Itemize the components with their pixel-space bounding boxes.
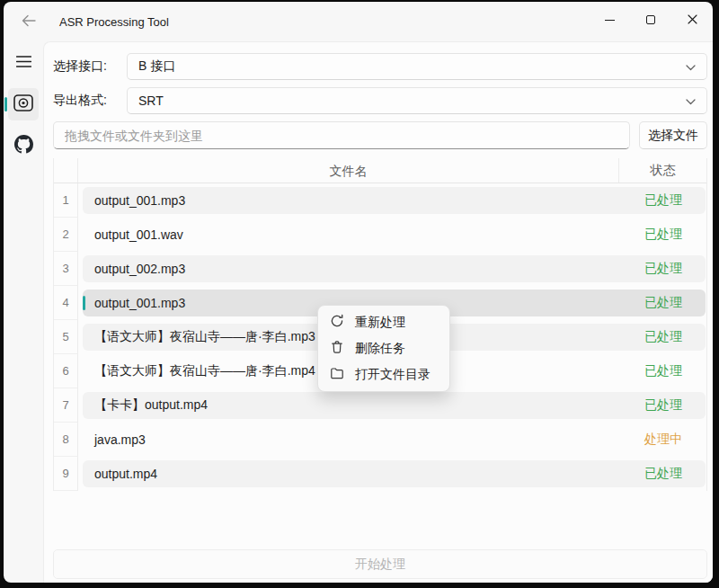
close-icon — [688, 12, 697, 28]
row-body: output_001.wav 已处理 — [83, 221, 706, 248]
table-row[interactable]: 9 output.mp4 已处理 — [54, 457, 706, 491]
row-body: output_002.mp3 已处理 — [83, 255, 706, 282]
menu-item-reprocess[interactable]: 重新处理 — [322, 309, 446, 335]
row-index: 4 — [54, 286, 78, 320]
close-button[interactable] — [671, 2, 713, 38]
trash-icon — [330, 340, 344, 357]
chevron-down-icon — [686, 59, 696, 74]
row-filename: java.mp3 — [83, 432, 621, 447]
app-logo-icon — [13, 94, 33, 115]
row-filename: output.mp4 — [83, 467, 621, 481]
row-index: 6 — [54, 354, 78, 388]
maximize-icon — [646, 15, 655, 24]
window-controls — [589, 2, 713, 38]
row-selection-indicator — [83, 296, 85, 310]
context-menu: 重新处理 删除任务 打开文件目录 — [317, 305, 450, 392]
format-label: 导出格式: — [53, 93, 127, 109]
row-status-badge: 已处理 — [621, 261, 706, 277]
row-body: java.mp3 处理中 — [83, 426, 706, 453]
row-status-badge: 已处理 — [621, 397, 706, 414]
menu-item-delete[interactable]: 删除任务 — [322, 335, 446, 361]
sidebar-item-asr[interactable] — [8, 88, 39, 120]
menu-item-label: 打开文件目录 — [355, 367, 431, 383]
row-status-badge: 已处理 — [621, 466, 706, 482]
row-status-badge: 已处理 — [621, 295, 706, 311]
file-input-row: 选择文件 — [53, 121, 707, 149]
format-row: 导出格式: SRT — [53, 87, 707, 114]
table-header: 文件名 状态 — [54, 158, 706, 183]
title-bar: ASR Processing Tool — [4, 2, 713, 41]
table-row[interactable]: 7 【卡卡】output.mp4 已处理 — [54, 388, 706, 423]
row-filename: output_002.mp3 — [83, 262, 621, 276]
format-select-value: SRT — [138, 94, 686, 108]
interface-select-value: B 接口 — [138, 58, 686, 75]
menu-icon — [16, 55, 31, 71]
interface-select[interactable]: B 接口 — [127, 53, 707, 80]
content-pane: 选择接口: B 接口 导出格式: SRT — [43, 41, 713, 583]
selection-indicator — [4, 97, 7, 111]
row-filename: 【卡卡】output.mp4 — [83, 397, 621, 414]
folder-icon — [330, 366, 344, 383]
row-body: output.mp4 已处理 — [83, 460, 706, 487]
choose-file-button[interactable]: 选择文件 — [639, 121, 707, 149]
row-index: 1 — [54, 183, 78, 218]
minimize-icon — [605, 20, 615, 21]
row-index: 5 — [54, 320, 78, 354]
back-arrow-icon — [22, 14, 36, 30]
format-select[interactable]: SRT — [127, 87, 707, 114]
github-icon — [14, 135, 33, 157]
interface-row: 选择接口: B 接口 — [53, 53, 707, 80]
row-index: 7 — [54, 388, 78, 423]
row-body: 【卡卡】output.mp4 已处理 — [83, 392, 706, 419]
table-row[interactable]: 2 output_001.wav 已处理 — [54, 218, 706, 252]
header-filename: 文件名 — [78, 158, 619, 183]
table-row[interactable]: 1 output_001.mp3 已处理 — [54, 183, 706, 218]
row-index: 8 — [54, 423, 78, 457]
header-status: 状态 — [619, 163, 706, 179]
table-row[interactable]: 3 output_002.mp3 已处理 — [54, 252, 706, 286]
chevron-down-icon — [686, 94, 696, 108]
menu-item-label: 重新处理 — [355, 315, 405, 331]
maximize-button[interactable] — [630, 2, 671, 38]
menu-item-label: 删除任务 — [355, 341, 405, 357]
app-window: ASR Processing Tool — [4, 2, 713, 583]
row-filename: output_001.mp3 — [83, 193, 621, 208]
row-status-badge: 已处理 — [621, 192, 706, 209]
row-status-badge: 已处理 — [621, 363, 706, 379]
row-index: 3 — [54, 252, 78, 286]
table-row[interactable]: 8 java.mp3 处理中 — [54, 423, 706, 457]
interface-label: 选择接口: — [53, 58, 127, 75]
sidebar-item-github[interactable] — [8, 129, 39, 162]
row-status-badge: 已处理 — [621, 329, 706, 345]
row-index: 9 — [54, 457, 78, 491]
row-status-badge: 处理中 — [621, 432, 706, 448]
drop-files-input[interactable] — [53, 121, 630, 149]
back-button[interactable] — [14, 7, 43, 36]
header-index — [54, 158, 78, 183]
start-processing-button[interactable]: 开始处理 — [53, 549, 707, 579]
window-title: ASR Processing Tool — [59, 15, 169, 29]
row-filename: output_001.wav — [83, 227, 621, 242]
minimize-button[interactable] — [589, 2, 630, 38]
sidebar — [4, 41, 43, 583]
menu-item-open-folder[interactable]: 打开文件目录 — [322, 361, 446, 388]
row-body: output_001.mp3 已处理 — [83, 187, 706, 214]
nav-menu-button[interactable] — [8, 47, 39, 79]
row-status-badge: 已处理 — [621, 227, 706, 243]
row-index: 2 — [54, 218, 78, 252]
refresh-icon — [330, 314, 344, 331]
